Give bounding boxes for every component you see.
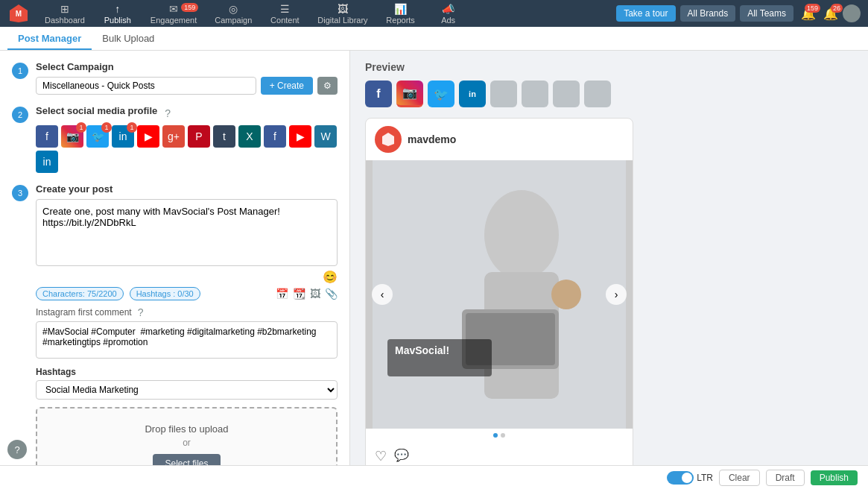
- calendar-button[interactable]: 📆: [293, 288, 305, 300]
- notification-icon[interactable]: 🔔 26: [823, 7, 838, 21]
- ltr-switch[interactable]: [667, 471, 694, 485]
- social-profile-fb2[interactable]: f: [264, 125, 286, 148]
- create-campaign-button[interactable]: + Create: [261, 77, 313, 95]
- platform-tab-ig[interactable]: 📷: [396, 81, 423, 107]
- all-teams-button[interactable]: All Teams: [740, 5, 793, 22]
- nav-engagement-label: Engagement: [151, 16, 197, 25]
- content-icon: ☰: [280, 3, 290, 15]
- social-profile-ig[interactable]: 📷 1: [61, 125, 83, 148]
- platform-tab-li[interactable]: in: [459, 81, 486, 107]
- social-profile-wp[interactable]: W: [314, 125, 337, 148]
- step-1-row: 1 Select Campaign + Create ⚙: [12, 61, 338, 95]
- social-profile-fb[interactable]: f: [36, 125, 58, 148]
- step-1-circle: 1: [12, 63, 28, 79]
- social-profile-li2[interactable]: in: [36, 151, 58, 173]
- preview-dots: [366, 429, 633, 442]
- nav-reports[interactable]: 📊 Reports: [378, 1, 423, 26]
- social-profile-pi[interactable]: P: [188, 125, 210, 148]
- sub-nav-bulk-upload[interactable]: Bulk Upload: [92, 28, 165, 50]
- platform-tab-gray3[interactable]: [553, 81, 580, 107]
- engagement-icon: ✉: [169, 3, 178, 15]
- prev-image-button[interactable]: ‹: [372, 284, 393, 305]
- schedule-button[interactable]: 📅: [276, 288, 288, 300]
- step-3-content: Create your post Create one, post many w…: [36, 183, 338, 465]
- platform-tab-gray1[interactable]: [490, 81, 517, 107]
- instagram-first-comment-label: Instagram first comment: [36, 307, 132, 318]
- platform-tab-gray2[interactable]: [522, 81, 548, 107]
- drop-zone[interactable]: Drop files to upload or Select files: [36, 407, 338, 465]
- preview-title: Preview: [365, 61, 853, 73]
- publish-icon: ↑: [115, 3, 120, 15]
- social-profile-gp[interactable]: g+: [162, 125, 185, 148]
- social-profile-yt[interactable]: ▶: [137, 125, 159, 148]
- avatar[interactable]: [843, 4, 861, 22]
- post-preview-card: mavdemo MavSocia: [365, 118, 633, 465]
- platform-tab-gray4[interactable]: [584, 81, 611, 107]
- post-area: Create one, post many with MavSocial's P…: [36, 199, 338, 284]
- help-fab[interactable]: ?: [7, 440, 27, 459]
- campaign-input[interactable]: [36, 77, 256, 95]
- nav-engagement[interactable]: ✉ Engagement 159: [143, 1, 204, 26]
- clear-button[interactable]: Clear: [719, 470, 760, 486]
- social-profile-yt2[interactable]: ▶: [289, 125, 311, 148]
- take-tour-button[interactable]: Take a tour: [616, 5, 675, 22]
- dashboard-icon: ⊞: [60, 3, 69, 15]
- platform-tab-fb[interactable]: f: [365, 81, 392, 107]
- nav-digital-library[interactable]: 🖼 Digital Library: [310, 1, 375, 26]
- nav-dashboard[interactable]: ⊞ Dashboard: [37, 1, 92, 26]
- svg-point-11: [484, 190, 559, 280]
- campaign-row: + Create ⚙: [36, 77, 338, 95]
- left-panel: 1 Select Campaign + Create ⚙ 2 Select so…: [0, 51, 350, 465]
- hashtags-select[interactable]: Social Media Marketing: [36, 380, 338, 400]
- step2-help-icon[interactable]: ?: [165, 107, 171, 119]
- next-image-button[interactable]: ›: [606, 284, 627, 305]
- instagram-comment-textarea[interactable]: #MavSocial #Computer #marketing #digital…: [36, 321, 338, 359]
- select-files-button[interactable]: Select files: [153, 454, 220, 465]
- nav-reports-label: Reports: [386, 16, 415, 25]
- sub-nav-post-manager[interactable]: Post Manager: [7, 28, 92, 50]
- social-profile-tm[interactable]: t: [213, 125, 235, 148]
- nav-ads[interactable]: 📣 Ads: [426, 1, 471, 26]
- li-badge: 1: [127, 122, 137, 133]
- nav-publish[interactable]: ↑ Publish: [95, 1, 140, 26]
- step-1-label: Select Campaign: [36, 61, 338, 72]
- tw-badge: 1: [101, 122, 112, 133]
- tm-icon: t: [213, 125, 235, 148]
- social-profiles-grid: f 📷 1 🐦 1 in 1 ▶: [36, 125, 338, 173]
- svg-marker-9: [382, 133, 394, 146]
- preview-image-container: MavSocial! ‹ ›: [366, 160, 633, 429]
- social-profile-tw[interactable]: 🐦 1: [86, 125, 109, 148]
- hashtags-section-label: Hashtags: [36, 367, 338, 377]
- attachment-button[interactable]: 📎: [325, 288, 338, 300]
- campaign-icon: ◎: [229, 3, 238, 15]
- nav-content[interactable]: ☰ Content: [262, 1, 307, 26]
- gear-button[interactable]: ⚙: [317, 77, 338, 95]
- social-profile-xing[interactable]: X: [238, 125, 261, 148]
- step-1-content: Select Campaign + Create ⚙: [36, 61, 338, 95]
- step-3-label: Create your post: [36, 183, 338, 195]
- bell-badge: 159: [805, 4, 820, 13]
- bell-icon[interactable]: 🔔 159: [801, 7, 816, 21]
- preview-main-image: MavSocial!: [366, 160, 633, 429]
- all-brands-button[interactable]: All Brands: [680, 5, 736, 22]
- like-button[interactable]: ♡: [375, 448, 387, 464]
- step-2-content: Select social media profile ? f 📷 1 🐦 1: [36, 105, 338, 173]
- wp-icon: W: [314, 125, 337, 148]
- draft-button[interactable]: Draft: [766, 470, 805, 486]
- image-button[interactable]: 🖼: [310, 288, 320, 300]
- instagram-help-icon[interactable]: ?: [138, 306, 144, 318]
- social-profile-li[interactable]: in 1: [112, 125, 134, 148]
- comment-button[interactable]: 💬: [394, 448, 409, 464]
- platform-tab-tw[interactable]: 🐦: [428, 81, 454, 107]
- emoji-button[interactable]: 😊: [323, 271, 338, 283]
- ads-icon: 📣: [442, 3, 454, 15]
- char-badge: Characters: 75/2200: [36, 287, 124, 300]
- publish-button[interactable]: Publish: [811, 470, 858, 485]
- char-row: Characters: 75/2200 Hashtags : 0/30 📅 📆 …: [36, 287, 338, 300]
- post-textarea[interactable]: Create one, post many with MavSocial's P…: [36, 199, 338, 266]
- nav-campaign[interactable]: ◎ Campaign: [207, 1, 259, 26]
- li2-icon: in: [36, 151, 58, 173]
- hashtag-count-badge: Hashtags : 0/30: [130, 287, 200, 300]
- app-logo[interactable]: M: [7, 2, 30, 25]
- nav-publish-label: Publish: [104, 16, 131, 25]
